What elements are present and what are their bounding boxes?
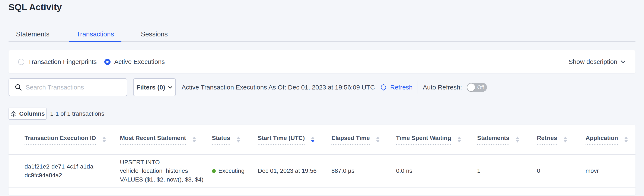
as-of-timestamp: Active Transaction Executions As Of: Dec… xyxy=(182,84,375,91)
filters-button[interactable]: Filters (0) xyxy=(133,78,176,96)
sort-arrows[interactable] xyxy=(102,137,106,143)
show-description-label: Show description xyxy=(569,58,617,65)
sort-arrows[interactable] xyxy=(237,137,240,143)
columns-button-label: Columns xyxy=(19,110,45,117)
radio-unselected-icon[interactable] xyxy=(18,59,24,65)
column-header-elapsed-time[interactable]: Elapsed Time xyxy=(332,135,396,145)
cell-elapsed-time: 887.0 µs xyxy=(332,167,396,175)
column-header-time-spent-waiting[interactable]: Time Spent Waiting xyxy=(396,135,477,145)
view-mode-card: Transaction Fingerprints Active Executio… xyxy=(8,50,636,73)
transactions-table: Transaction Execution ID Most Recent Sta… xyxy=(8,125,636,195)
table-row[interactable]: da1f21e2-de71-4c1f-a1da-dc9fc94a84a2 UPS… xyxy=(8,155,636,188)
auto-refresh-label: Auto Refresh: xyxy=(423,84,462,91)
radio-label: Active Executions xyxy=(114,58,165,65)
column-header-most-recent-statement[interactable]: Most Recent Statement xyxy=(120,135,212,145)
columns-button[interactable]: Columns xyxy=(8,108,46,120)
sort-arrows[interactable] xyxy=(516,137,519,143)
vertical-divider xyxy=(418,81,418,94)
radio-active-executions[interactable]: Active Executions xyxy=(104,58,165,65)
radio-selected-icon[interactable] xyxy=(104,59,110,65)
column-header-start-time[interactable]: Start Time (UTC) xyxy=(258,135,332,145)
refresh-button[interactable]: Refresh xyxy=(380,83,412,91)
column-header-application[interactable]: Application xyxy=(586,135,636,145)
page-title: SQL Activity xyxy=(8,2,62,12)
column-header-retries[interactable]: Retries xyxy=(537,135,586,145)
result-count: 1-1 of 1 transactions xyxy=(50,110,104,117)
tab-transactions[interactable]: Transactions xyxy=(69,27,122,41)
chevron-down-icon xyxy=(168,85,173,90)
column-header-statements[interactable]: Statements xyxy=(477,135,537,145)
sort-arrows[interactable] xyxy=(458,137,461,143)
status-dot-icon xyxy=(212,169,216,173)
table-toolbar: Columns 1-1 of 1 transactions xyxy=(8,108,104,120)
controls-row: Filters (0) Active Transaction Execution… xyxy=(8,78,636,96)
cell-statements: 1 xyxy=(477,167,537,175)
chevron-down-icon xyxy=(620,59,626,65)
refresh-label: Refresh xyxy=(390,84,412,91)
cell-status: Executing xyxy=(212,167,258,175)
radio-label: Transaction Fingerprints xyxy=(28,58,97,65)
tab-statements[interactable]: Statements xyxy=(8,27,57,41)
column-header-status[interactable]: Status xyxy=(212,135,258,145)
search-input[interactable] xyxy=(8,78,127,96)
sort-arrows[interactable] xyxy=(564,137,567,143)
cell-application: movr xyxy=(586,167,636,175)
cell-transaction-execution-id[interactable]: da1f21e2-de71-4c1f-a1da-dc9fc94a84a2 xyxy=(24,162,120,180)
status-label: Executing xyxy=(218,167,244,175)
tab-sessions[interactable]: Sessions xyxy=(133,27,175,41)
cell-most-recent-statement[interactable]: UPSERT INTO vehicle_location_histories V… xyxy=(120,158,212,184)
auto-refresh-toggle[interactable]: Off xyxy=(467,83,487,92)
search-icon xyxy=(14,83,22,91)
table-header-row: Transaction Execution ID Most Recent Sta… xyxy=(8,125,636,155)
sort-arrows[interactable] xyxy=(192,137,196,143)
cell-retries: 0 xyxy=(537,167,586,175)
search-box xyxy=(8,78,127,96)
toggle-state-label: Off xyxy=(477,84,484,90)
radio-transaction-fingerprints[interactable]: Transaction Fingerprints xyxy=(18,58,97,65)
cell-start-time: Dec 01, 2023 at 19:56 xyxy=(258,167,332,175)
refresh-icon xyxy=(380,83,388,91)
gear-icon xyxy=(10,111,17,117)
sort-arrows[interactable] xyxy=(376,137,380,143)
filters-label: Filters (0) xyxy=(136,84,165,91)
tab-bar: Statements Transactions Sessions xyxy=(8,27,636,42)
sort-arrows[interactable] xyxy=(624,137,628,143)
cell-time-spent-waiting: 0.0 ns xyxy=(396,167,477,175)
column-header-transaction-execution-id[interactable]: Transaction Execution ID xyxy=(24,135,120,145)
sort-arrows[interactable] xyxy=(311,137,314,143)
show-description-button[interactable]: Show description xyxy=(569,58,626,65)
toggle-knob[interactable] xyxy=(467,83,475,91)
